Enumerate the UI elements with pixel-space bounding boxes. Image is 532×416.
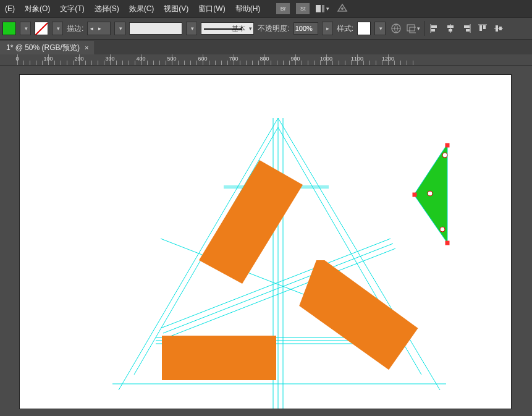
align-vcenter-icon[interactable] — [492, 22, 505, 35]
stroke-label: 描边: — [67, 23, 83, 34]
bridge-icon[interactable]: Br — [276, 3, 290, 14]
document-tab-title: 1* @ 50% (RGB/预览) — [6, 43, 80, 53]
svg-rect-17 — [479, 25, 482, 31]
stroke-swatch-dropdown[interactable]: ▾ — [52, 22, 63, 35]
align-left-icon[interactable] — [428, 22, 441, 35]
svg-marker-42 — [162, 336, 276, 380]
arrange-docs-icon[interactable]: ▾ — [316, 2, 329, 15]
style-label: 样式: — [337, 23, 353, 34]
svg-rect-20 — [496, 25, 498, 32]
stroke-weight-dropdown[interactable]: ▾ — [114, 22, 125, 35]
selection-handle[interactable] — [445, 241, 450, 245]
svg-rect-21 — [499, 27, 502, 30]
ruler-mark: 1100 — [351, 56, 363, 62]
workspace[interactable] — [0, 66, 532, 416]
menu-view[interactable]: 视图(V) — [159, 1, 193, 17]
ruler-mark: 100 — [43, 56, 53, 62]
align-to-icon[interactable]: ▾ — [407, 22, 420, 35]
ruler-mark: 200 — [74, 56, 83, 62]
ruler-mark: 300 — [105, 56, 114, 62]
graphic-style-dropdown[interactable]: ▾ — [374, 22, 386, 35]
recolor-artwork-icon[interactable] — [389, 22, 403, 35]
svg-marker-40 — [199, 160, 303, 284]
align-top-icon[interactable] — [476, 22, 489, 35]
svg-rect-0 — [316, 5, 321, 12]
document-tab[interactable]: 1* @ 50% (RGB/预览) × — [0, 41, 95, 54]
svg-rect-11 — [447, 25, 454, 28]
anchor-point[interactable] — [440, 227, 445, 232]
svg-marker-41 — [298, 260, 421, 373]
ruler-mark: 900 — [290, 56, 300, 62]
svg-rect-18 — [483, 25, 486, 29]
brush-definition[interactable]: 基本 ▾ — [201, 22, 254, 35]
stroke-weight-stepper[interactable]: ◂ ▸ — [87, 22, 111, 35]
menu-window[interactable]: 窗口(W) — [193, 1, 230, 17]
ruler-mark: 700 — [229, 56, 238, 62]
document-tab-bar: 1* @ 50% (RGB/预览) × — [0, 40, 532, 54]
ruler-mark: 600 — [198, 56, 207, 62]
menu-bar: (E) 对象(O) 文字(T) 选择(S) 效果(C) 视图(V) 窗口(W) … — [0, 0, 532, 17]
orange-shape-right[interactable] — [298, 260, 421, 384]
svg-point-3 — [341, 7, 344, 10]
menu-edit[interactable]: (E) — [0, 2, 20, 15]
svg-rect-12 — [449, 29, 452, 32]
ruler-mark: 1000 — [320, 56, 332, 62]
menu-effect[interactable]: 效果(C) — [124, 1, 159, 17]
gpu-icon[interactable] — [336, 2, 349, 15]
svg-rect-8 — [431, 25, 437, 28]
stock-icon[interactable]: St — [296, 3, 310, 14]
svg-rect-5 — [407, 25, 415, 31]
selection-handle[interactable] — [445, 143, 450, 148]
menu-object[interactable]: 对象(O) — [20, 1, 55, 17]
green-triangle-selected[interactable] — [413, 144, 456, 249]
menu-select[interactable]: 选择(S) — [90, 1, 124, 17]
svg-rect-9 — [431, 29, 435, 32]
variable-width-dropdown[interactable]: ▾ — [186, 22, 197, 35]
ruler-horizontal[interactable]: 0100200300400500600700800900100011001200 — [0, 54, 532, 66]
stroke-swatch[interactable] — [35, 22, 48, 35]
anchor-point[interactable] — [442, 153, 448, 158]
menu-help[interactable]: 帮助(H) — [230, 1, 266, 17]
opacity-label: 不透明度: — [258, 23, 289, 34]
fill-dropdown[interactable]: ▾ — [20, 22, 31, 35]
align-right-icon[interactable] — [460, 22, 473, 35]
ruler-mark: 800 — [260, 56, 269, 62]
ruler-mark: 0 — [15, 56, 19, 62]
artboard[interactable] — [20, 75, 511, 409]
ruler-mark: 1200 — [382, 56, 394, 62]
control-bar: ▾ ▾ 描边: ◂ ▸ ▾ ▾ 基本 ▾ 不透明度: 100% ▸ 样式: ▾ … — [0, 17, 532, 40]
orange-shape-bottom[interactable] — [162, 336, 285, 391]
anchor-point[interactable] — [428, 191, 433, 197]
fill-swatch[interactable] — [2, 22, 16, 35]
svg-rect-15 — [466, 29, 470, 32]
ruler-mark: 500 — [167, 56, 176, 62]
svg-rect-14 — [464, 25, 470, 28]
align-hcenter-icon[interactable] — [444, 22, 457, 35]
variable-width-profile[interactable] — [129, 22, 182, 35]
opacity-dropdown[interactable]: ▸ — [322, 22, 333, 35]
opacity-field[interactable]: 100% — [293, 22, 318, 35]
svg-rect-1 — [322, 5, 324, 12]
ruler-mark: 400 — [136, 56, 145, 62]
graphic-style-swatch[interactable] — [357, 22, 371, 35]
menu-text[interactable]: 文字(T) — [55, 1, 89, 17]
selection-handle[interactable] — [413, 193, 417, 197]
close-tab-icon[interactable]: × — [85, 44, 88, 51]
